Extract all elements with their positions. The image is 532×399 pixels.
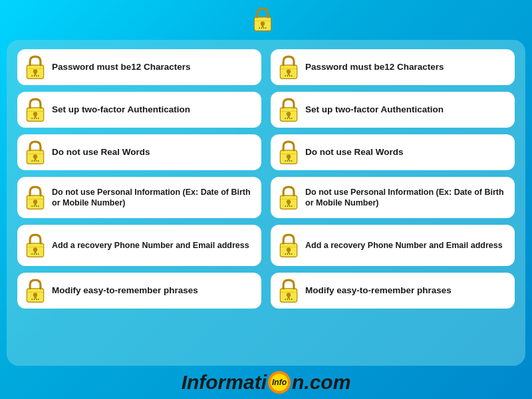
- footer-text-before: Informati: [182, 371, 267, 394]
- svg-rect-27: [34, 156, 36, 160]
- svg-text:* * * *: * * * *: [31, 160, 39, 164]
- lock-icon: * * * *: [24, 55, 47, 80]
- svg-text:* * * *: * * * *: [31, 75, 39, 78]
- list-item: * * * * Do not use Personal Information …: [271, 177, 515, 218]
- page: * * * * * * * * Password must be12 Chara…: [0, 0, 532, 399]
- lock-icon: * * * *: [277, 278, 300, 303]
- lock-icon: * * * *: [277, 97, 300, 122]
- svg-rect-47: [34, 249, 36, 253]
- svg-rect-2: [261, 23, 263, 27]
- svg-text:* * * *: * * * *: [259, 27, 267, 31]
- item-label: Add a recovery Phone Number and Email ad…: [52, 240, 255, 251]
- list-item: * * * * Modify easy-to-remember phrases: [271, 273, 515, 309]
- lock-icon: * * * *: [24, 97, 47, 122]
- item-label: Password must be12 Characters: [305, 61, 508, 73]
- list-item: * * * * Modify easy-to-remember phrases: [17, 273, 261, 309]
- main-card: * * * * Password must be12 Characters * …: [7, 40, 525, 366]
- list-item: * * * * Add a recovery Phone Number and …: [17, 225, 261, 266]
- item-label: Do not use Personal Information (Ex: Dat…: [52, 187, 255, 209]
- lock-icon: * * * *: [277, 55, 300, 80]
- svg-text:* * * *: * * * *: [285, 253, 293, 257]
- item-label: Set up two-factor Authentication: [305, 104, 508, 116]
- svg-text:* * * *: * * * *: [285, 160, 293, 164]
- header-lock-icon: * * * *: [251, 7, 274, 32]
- item-label: Modify easy-to-remember phrases: [52, 285, 255, 297]
- item-label: Do not use Personal Information (Ex: Dat…: [305, 187, 508, 209]
- svg-rect-57: [34, 295, 36, 299]
- svg-text:* * * *: * * * *: [285, 75, 293, 78]
- lock-icon: * * * *: [277, 140, 300, 165]
- item-label: Add a recovery Phone Number and Email ad…: [305, 240, 508, 251]
- svg-rect-37: [34, 201, 36, 205]
- list-item: * * * * Add a recovery Phone Number and …: [271, 225, 515, 266]
- item-label: Do not use Real Words: [305, 146, 508, 158]
- item-label: Password must be12 Characters: [52, 61, 255, 73]
- svg-rect-12: [287, 71, 289, 75]
- footer-logo-o: Info: [268, 371, 291, 394]
- svg-text:* * * *: * * * *: [285, 299, 293, 302]
- lock-icon: * * * *: [277, 233, 300, 258]
- svg-rect-17: [34, 114, 36, 118]
- item-label: Modify easy-to-remember phrases: [305, 285, 508, 297]
- svg-rect-7: [34, 71, 36, 75]
- svg-text:* * * *: * * * *: [31, 118, 39, 121]
- list-item: * * * * Do not use Personal Information …: [17, 177, 261, 218]
- list-item: * * * * Password must be12 Characters: [17, 49, 261, 85]
- lock-icon: * * * *: [24, 278, 47, 303]
- item-label: Set up two-factor Authentication: [52, 104, 255, 116]
- lock-icon: * * * *: [277, 185, 300, 210]
- list-item: * * * * Set up two-factor Authentication: [271, 92, 515, 128]
- svg-text:* * * *: * * * *: [31, 205, 39, 209]
- lock-icon: * * * *: [24, 233, 47, 258]
- svg-text:* * * *: * * * *: [31, 253, 39, 257]
- footer: InformatiInfon.com: [182, 371, 351, 394]
- list-item: * * * * Do not use Real Words: [271, 134, 515, 170]
- lock-icon: * * * *: [24, 185, 47, 210]
- list-item: * * * * Password must be12 Characters: [271, 49, 515, 85]
- svg-rect-52: [287, 249, 289, 253]
- header: * * * *: [251, 7, 281, 32]
- svg-text:* * * *: * * * *: [285, 205, 293, 209]
- footer-text-after: n.com: [292, 371, 350, 394]
- svg-rect-32: [287, 156, 289, 160]
- svg-text:* * * *: * * * *: [31, 299, 39, 302]
- svg-text:* * * *: * * * *: [285, 118, 293, 121]
- svg-rect-42: [287, 201, 289, 205]
- item-label: Do not use Real Words: [52, 146, 255, 158]
- list-item: * * * * Do not use Real Words: [17, 134, 261, 170]
- list-item: * * * * Set up two-factor Authentication: [17, 92, 261, 128]
- svg-rect-22: [287, 114, 289, 118]
- lock-icon: * * * *: [24, 140, 47, 165]
- svg-rect-62: [287, 295, 289, 299]
- items-grid: * * * * Password must be12 Characters * …: [17, 49, 515, 309]
